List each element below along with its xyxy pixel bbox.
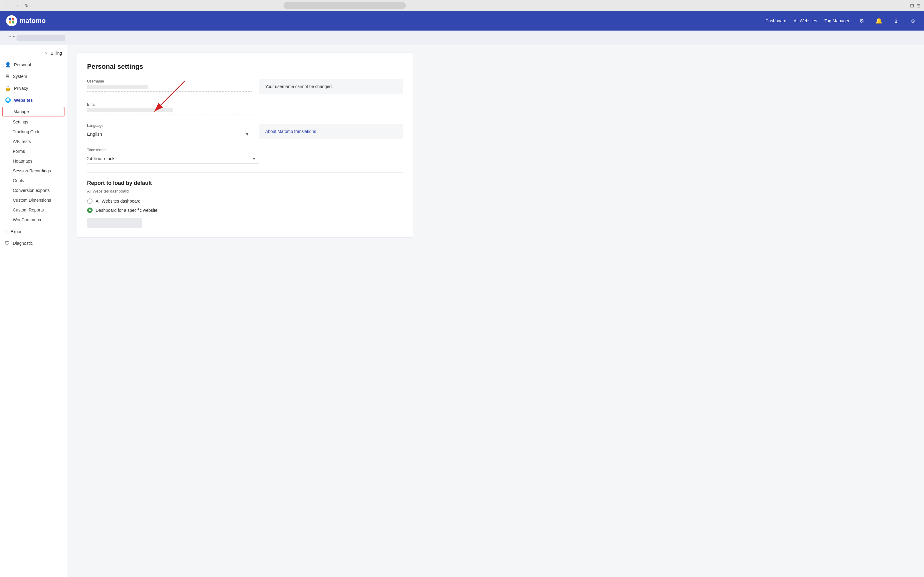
svg-point-2 xyxy=(9,21,11,24)
sidebar-sub-item-forms[interactable]: Forms xyxy=(0,147,67,156)
system-icon: 🖥 xyxy=(5,74,10,79)
report-radio-group: All Websites dashboard Dashboard for a s… xyxy=(87,198,403,213)
sidebar-goals-label: Goals xyxy=(13,178,24,183)
report-section: Report to load by default All Websites d… xyxy=(87,180,403,228)
radio-circle-specific-website xyxy=(87,208,93,213)
diagnostic-icon: 🛡 xyxy=(5,240,10,246)
browser-sidebar-icon[interactable]: ⊟ xyxy=(916,3,920,8)
sidebar-item-privacy[interactable]: 🔒 Privacy xyxy=(0,82,67,94)
sidebar-sub-item-conversion-exports[interactable]: Conversion exports xyxy=(0,185,67,195)
translation-link[interactable]: About Matomo translations xyxy=(265,129,316,134)
notifications-icon-btn[interactable]: 🔔 xyxy=(874,16,884,26)
sidebar-tracking-code-label: Tracking Code xyxy=(13,129,41,134)
language-select[interactable]: English French German Spanish xyxy=(87,129,252,139)
sidebar-item-export[interactable]: ↑ Export xyxy=(0,226,67,237)
sidebar-sub-item-custom-dimensions[interactable]: Custom Dimensions xyxy=(0,195,67,205)
time-format-select-wrapper: 24-hour clock 12-hour clock ▼ xyxy=(87,153,259,164)
sub-header-site-name xyxy=(16,35,65,41)
sidebar-item-diagnostic[interactable]: 🛡 Diagnostic xyxy=(0,237,67,249)
language-row: Language English French German Spanish ▼… xyxy=(87,124,403,139)
sidebar-conversion-exports-label: Conversion exports xyxy=(13,188,50,193)
sidebar-custom-dimensions-label: Custom Dimensions xyxy=(13,198,51,203)
username-value-blurred xyxy=(87,85,148,89)
time-format-row: Time format 24-hour clock 12-hour clock … xyxy=(87,148,403,164)
website-selector-blurred xyxy=(87,218,142,228)
sidebar-manage-label: Manage xyxy=(13,109,29,114)
sidebar-billing-label: Billing xyxy=(51,51,62,56)
browser-bar: ← → ↻ ⊡ ⊟ xyxy=(0,0,924,11)
nav-all-websites[interactable]: All Websites xyxy=(794,18,817,23)
username-field: Username xyxy=(87,79,252,92)
sidebar-settings-label: Settings xyxy=(13,119,28,124)
sidebar-woocommerce-label: WooCommerce xyxy=(13,217,42,222)
sidebar-websites-label: Websites xyxy=(14,98,33,103)
radio-label-specific-website: Dashboard for a specific website xyxy=(96,208,157,213)
privacy-icon: 🔒 xyxy=(5,85,11,91)
radio-circle-all-websites xyxy=(87,198,93,204)
sidebar-custom-reports-label: Custom Reports xyxy=(13,208,44,213)
sub-header: ⌃⌃ xyxy=(0,31,924,45)
sidebar-heatmaps-label: Heatmaps xyxy=(13,159,32,163)
websites-icon: 🌐 xyxy=(5,97,11,103)
report-section-title: Report to load by default xyxy=(87,180,403,187)
sidebar-sub-item-heatmaps[interactable]: Heatmaps xyxy=(0,156,67,166)
settings-icon-btn[interactable]: ⚙ xyxy=(857,16,866,26)
browser-back-btn[interactable]: ← xyxy=(4,2,10,9)
sidebar-item-billing[interactable]: ∨ Billing xyxy=(0,48,67,59)
language-field: Language English French German Spanish ▼ xyxy=(87,124,252,139)
main-layout: ∨ Billing 👤 Personal 🖥 System 🔒 Privacy … xyxy=(0,45,924,577)
time-format-label: Time format xyxy=(87,148,259,152)
personal-icon: 👤 xyxy=(5,62,11,68)
nav-dashboard[interactable]: Dashboard xyxy=(765,18,787,23)
header-nav: Dashboard All Websites Tag Manager ⚙ 🔔 ℹ… xyxy=(765,16,918,26)
radio-item-all-websites[interactable]: All Websites dashboard xyxy=(87,198,403,204)
radio-item-specific-website[interactable]: Dashboard for a specific website xyxy=(87,208,403,213)
sidebar-sub-item-tracking-code[interactable]: Tracking Code xyxy=(0,127,67,137)
sidebar-system-label: System xyxy=(13,74,27,79)
report-section-subtitle: All Websites dashboard xyxy=(87,189,403,193)
email-label: Email xyxy=(87,102,259,106)
app-header: matomo Dashboard All Websites Tag Manage… xyxy=(0,11,924,31)
sidebar-ab-tests-label: A/B Tests xyxy=(13,139,31,144)
svg-point-1 xyxy=(12,18,14,21)
username-row: Username Your username cannot be changed… xyxy=(87,79,403,94)
sidebar-diagnostic-label: Diagnostic xyxy=(13,241,33,246)
sidebar-session-recordings-label: Session Recordings xyxy=(13,168,51,173)
svg-point-0 xyxy=(9,18,11,21)
username-label: Username xyxy=(87,79,252,84)
browser-share-icon[interactable]: ⊡ xyxy=(910,3,914,8)
sidebar-export-label: Export xyxy=(10,229,23,234)
username-hint-text: Your username cannot be changed. xyxy=(265,84,333,89)
browser-url-bar[interactable] xyxy=(283,2,406,9)
sidebar-sub-item-manage[interactable]: Manage xyxy=(2,106,64,116)
main-content: Personal settings Username Your username… xyxy=(67,45,924,577)
sidebar-item-websites[interactable]: 🌐 Websites xyxy=(0,94,67,106)
sidebar-sub-item-ab-tests[interactable]: A/B Tests xyxy=(0,137,67,147)
sidebar-sub-item-settings[interactable]: Settings xyxy=(0,117,67,127)
time-format-select[interactable]: 24-hour clock 12-hour clock xyxy=(87,153,259,164)
info-icon-btn[interactable]: ℹ xyxy=(891,16,901,26)
radio-label-all-websites: All Websites dashboard xyxy=(96,199,140,203)
browser-forward-btn[interactable]: → xyxy=(13,2,20,9)
sidebar-item-personal[interactable]: 👤 Personal xyxy=(0,59,67,71)
svg-point-3 xyxy=(12,21,14,24)
logo-icon xyxy=(6,15,17,26)
sidebar-sub-item-session-recordings[interactable]: Session Recordings xyxy=(0,166,67,176)
export-icon: ↑ xyxy=(5,229,7,234)
nav-tag-manager[interactable]: Tag Manager xyxy=(824,18,850,23)
email-field: Email xyxy=(87,102,259,115)
sidebar-sub-item-goals[interactable]: Goals xyxy=(0,176,67,185)
logout-icon-btn[interactable]: ⎋ xyxy=(908,16,918,26)
sidebar-sub-item-woocommerce[interactable]: WooCommerce xyxy=(0,215,67,225)
page-title: Personal settings xyxy=(87,63,403,71)
browser-refresh-btn[interactable]: ↻ xyxy=(23,2,30,9)
sidebar-item-system[interactable]: 🖥 System xyxy=(0,71,67,82)
content-card: Personal settings Username Your username… xyxy=(77,53,413,238)
billing-chevron-icon: ∨ xyxy=(45,51,48,55)
translation-hint: About Matomo translations xyxy=(259,124,403,139)
email-value-blurred xyxy=(87,108,173,112)
sidebar-sub-item-custom-reports[interactable]: Custom Reports xyxy=(0,205,67,215)
collapse-sidebar-btn[interactable]: ⌃⌃ xyxy=(7,34,16,41)
time-format-field: Time format 24-hour clock 12-hour clock … xyxy=(87,148,259,164)
sidebar: ∨ Billing 👤 Personal 🖥 System 🔒 Privacy … xyxy=(0,45,67,577)
